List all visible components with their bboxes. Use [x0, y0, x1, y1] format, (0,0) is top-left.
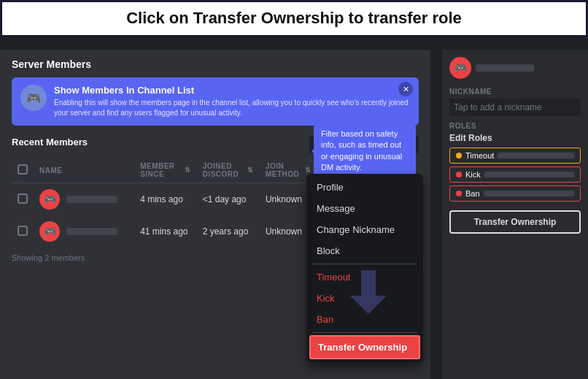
filter-tooltip: Filter based on safety info, such as tim… — [314, 123, 416, 180]
select-all-header[interactable] — [12, 158, 34, 183]
member-name-cell: 🎮 — [34, 183, 134, 216]
role-name-kick: Kick — [465, 170, 481, 179]
context-menu-transfer-ownership[interactable]: Transfer Ownership — [309, 335, 420, 359]
member-since-cell: 41 mins ago — [134, 215, 197, 248]
tooltip-text: Filter based on safety info, such as tim… — [321, 129, 402, 172]
recent-members-title: Recent Members — [12, 137, 88, 148]
promo-description: Enabling this will show the members page… — [54, 98, 410, 118]
svg-marker-0 — [350, 270, 387, 314]
sort-icon-joined: ⇅ — [247, 166, 254, 174]
role-name-bar-ban — [484, 191, 574, 196]
col-header-joined: JOINED DISCORD ⇅ — [197, 158, 260, 183]
annotation-text: Click on Transfer Ownership to transfer … — [126, 9, 462, 27]
promo-title: Show Members In Channel List — [54, 85, 410, 96]
role-dot-ban — [456, 191, 462, 196]
row-checkbox[interactable] — [18, 226, 28, 236]
role-kick[interactable]: Kick — [449, 166, 581, 183]
username-bar — [476, 64, 534, 72]
role-name-timeout: Timeout — [465, 151, 494, 160]
avatar: 🎮 — [39, 189, 60, 210]
role-name-bar — [498, 153, 574, 158]
context-menu-message[interactable]: Message — [309, 198, 420, 219]
context-menu-divider-2 — [312, 332, 417, 333]
role-ban[interactable]: Ban — [449, 185, 581, 202]
nickname-input[interactable]: Tap to add a nickname — [449, 99, 581, 116]
promo-icon: 🎮 — [20, 85, 47, 111]
avatar: 🎮 — [39, 221, 60, 242]
sort-icon-method: ⇅ — [305, 166, 312, 174]
promo-close-button[interactable]: ✕ — [398, 82, 413, 96]
joined-discord-cell: <1 day ago — [197, 183, 260, 216]
role-name-ban: Ban — [465, 189, 480, 198]
col-header-since: MEMBER SINCE ⇅ — [134, 158, 197, 183]
context-menu-change-nickname[interactable]: Change Nickname — [309, 219, 420, 240]
context-menu-profile[interactable]: Profile — [309, 177, 420, 198]
annotation-banner: Click on Transfer Ownership to transfer … — [0, 0, 588, 37]
joined-discord-cell: 2 years ago — [197, 215, 260, 248]
role-timeout[interactable]: Timeout — [449, 148, 581, 164]
member-since-cell: 4 mins ago — [134, 183, 197, 216]
roles-label: Roles — [449, 122, 581, 130]
user-avatar-row: 🎮 — [449, 57, 581, 79]
context-menu-block[interactable]: Block — [309, 240, 420, 261]
sort-icon-since: ⇅ — [185, 166, 191, 174]
edit-roles-label[interactable]: Edit Roles — [449, 133, 581, 143]
member-name-cell: 🎮 — [34, 215, 134, 248]
user-avatar: 🎮 — [449, 57, 471, 79]
context-menu-divider — [312, 264, 417, 264]
role-name-bar-kick — [484, 172, 574, 177]
row-checkbox[interactable] — [18, 194, 28, 204]
nickname-label: Nickname — [449, 88, 581, 96]
col-header-name: NAME — [34, 158, 134, 183]
select-all-checkbox[interactable] — [18, 164, 28, 175]
promo-banner: 🎮 Show Members In Channel List Enabling … — [12, 77, 419, 126]
role-dot-kick — [456, 172, 462, 177]
role-dot-timeout — [456, 153, 462, 158]
context-menu: Profile Message Change Nickname Block Ti… — [306, 174, 423, 362]
right-panel: 🎮 Nickname Tap to add a nickname Roles E… — [442, 50, 588, 379]
transfer-ownership-button[interactable]: Transfer Ownership — [449, 210, 581, 234]
section-title: Server Members — [12, 58, 419, 70]
promo-text: Show Members In Channel List Enabling th… — [54, 85, 410, 118]
arrow-down-indicator — [350, 270, 387, 321]
